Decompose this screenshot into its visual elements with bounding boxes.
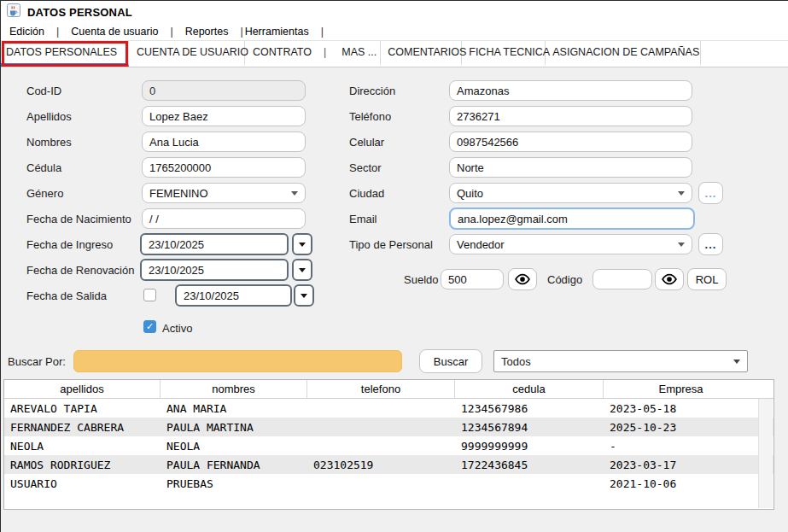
tab-label: FICHA TECNICA — [469, 46, 550, 58]
cell-empresa: 2021-10-06 — [604, 474, 758, 493]
fecha-renovacion-dropdown-button[interactable] — [292, 259, 312, 281]
cell-nombres: NEOLA — [161, 436, 307, 455]
chevron-down-icon — [678, 243, 685, 247]
tab-contrato[interactable]: CONTRATO — [245, 41, 313, 67]
menu-separator: | — [50, 26, 66, 38]
buscar-button[interactable]: Buscar — [419, 349, 482, 373]
cell-apellidos: RAMOS RODRIGUEZ — [4, 455, 161, 474]
menu-bar: Edición | Cuenta de usuario | Reportes |… — [1, 23, 788, 40]
tab-mas[interactable]: MAS ... — [336, 41, 381, 67]
fecha-salida-dropdown-button[interactable] — [294, 284, 314, 307]
fecha-salida-value: 23/10/2025 — [184, 289, 239, 302]
table-row[interactable]: FERNANDEZ CABRERA PAULA MARTINA 12345678… — [4, 418, 773, 436]
menu-separator: | — [314, 26, 330, 38]
fecha-ingreso-label: Fecha de Ingreso — [26, 238, 113, 251]
activo-checkbox[interactable]: ✓ — [143, 320, 156, 333]
nombres-value: Ana Lucia — [149, 136, 199, 149]
sueldo-eye-button[interactable] — [508, 268, 537, 290]
menu-item-reportes[interactable]: Reportes — [180, 26, 234, 38]
chevron-down-icon — [299, 268, 306, 272]
cell-apellidos: AREVALO TAPIA — [4, 399, 161, 418]
celular-value: 0987542566 — [457, 136, 518, 149]
cell-telefono — [307, 399, 455, 418]
column-header-telefono: telefono — [307, 380, 455, 398]
fecha-salida-checkbox[interactable] — [143, 289, 156, 301]
fecha-renovacion-field[interactable]: 23/10/2025 — [140, 259, 289, 281]
codigo-eye-button[interactable] — [655, 268, 684, 290]
fecha-nacimiento-field[interactable]: / / — [142, 208, 306, 229]
apellidos-value: Lopez Baez — [149, 110, 208, 123]
cod-id-field: 0 — [142, 80, 306, 101]
sueldo-value: 500 — [448, 273, 467, 286]
tipo-personal-select[interactable]: Vendedor — [449, 234, 692, 254]
fecha-ingreso-value: 23/10/2025 — [149, 238, 204, 251]
rol-button[interactable]: ROL — [687, 268, 727, 290]
nombres-field[interactable]: Ana Lucia — [142, 132, 306, 152]
tab-comentarios[interactable]: COMENTARIOS — [381, 41, 462, 67]
table-row[interactable]: USUARIO PRUEBAS 2021-10-06 — [4, 474, 773, 493]
email-label: Email — [349, 213, 377, 225]
cod-id-label: Cod-ID — [26, 85, 61, 97]
filter-select[interactable]: Todos — [493, 350, 748, 372]
direccion-field[interactable]: Amazonas — [449, 80, 692, 101]
ciudad-more-button[interactable]: ... — [698, 182, 723, 204]
tab-datos-personales[interactable]: DATOS PERSONALES — [1, 41, 129, 67]
celular-field[interactable]: 0987542566 — [449, 132, 692, 152]
ciudad-select[interactable]: Quito — [449, 183, 692, 203]
tab-label: MAS ... — [341, 46, 376, 58]
cell-apellidos: FERNANDEZ CABRERA — [4, 418, 161, 436]
ciudad-label: Ciudad — [349, 187, 384, 200]
cell-empresa: - — [604, 436, 758, 455]
direccion-label: Dirección — [349, 85, 395, 97]
cell-nombres: PAULA FERNANDA — [161, 455, 307, 474]
search-row: Buscar Por: Buscar Todos — [1, 349, 788, 373]
sector-value: Norte — [457, 161, 484, 174]
email-field[interactable]: ana.lopez@gmail.com — [449, 208, 695, 230]
cell-empresa: 2025-10-23 — [604, 418, 758, 436]
menu-item-herramientas[interactable]: Herramientas — [243, 26, 314, 38]
tab-asignacion-de-campanas[interactable]: ASIGNACION DE CAMPAÑAS — [546, 41, 701, 67]
eye-icon — [661, 273, 678, 285]
telefono-field[interactable]: 2736271 — [449, 106, 692, 126]
buscar-button-label: Buscar — [434, 355, 468, 368]
fecha-ingreso-dropdown-button[interactable] — [292, 233, 312, 255]
cell-telefono: 023102519 — [307, 455, 455, 474]
column-header-apellidos: apellidos — [4, 380, 161, 398]
cell-cedula: 1234567986 — [455, 399, 604, 418]
tab-ficha-tecnica[interactable]: FICHA TECNICA — [462, 41, 546, 67]
table-vertical-scrollbar[interactable] — [758, 399, 773, 508]
tab-cuenta-de-usuario[interactable]: CUENTA DE USUARIO — [129, 41, 245, 67]
search-input[interactable] — [73, 350, 402, 372]
fecha-ingreso-field[interactable]: 23/10/2025 — [140, 233, 289, 255]
table-row[interactable]: AREVALO TAPIA ANA MARIA 1234567986 2023-… — [4, 399, 773, 418]
ciudad-value: Quito — [457, 187, 483, 200]
menu-item-cuenta-de-usuario[interactable]: Cuenta de usuario — [66, 26, 163, 38]
cedula-field[interactable]: 1765200000 — [142, 157, 306, 178]
chevron-down-icon — [301, 294, 307, 298]
tab-label: CONTRATO — [253, 46, 312, 58]
codigo-field[interactable] — [592, 269, 652, 289]
ellipsis-icon: ... — [705, 187, 717, 200]
sector-field[interactable]: Norte — [449, 157, 692, 178]
fecha-renovacion-value: 23/10/2025 — [149, 264, 204, 277]
tab-label: DATOS PERSONALES — [6, 46, 117, 58]
eye-icon — [514, 273, 531, 285]
cell-nombres: PAULA MARTINA — [161, 418, 307, 436]
genero-label: Género — [26, 187, 63, 200]
rol-button-label: ROL — [696, 273, 719, 286]
fecha-salida-field[interactable]: 23/10/2025 — [175, 284, 292, 307]
menu-item-edicion[interactable]: Edición — [4, 26, 50, 38]
java-app-icon — [7, 3, 20, 20]
table-row[interactable]: NEOLA NEOLA 9999999999 - — [4, 436, 773, 455]
tipo-personal-more-button[interactable]: ... — [698, 233, 723, 255]
chevron-down-icon — [299, 243, 306, 247]
column-header-nombres: nombres — [161, 380, 307, 398]
apellidos-field[interactable]: Lopez Baez — [142, 106, 306, 126]
genero-select[interactable]: FEMENINO — [142, 183, 306, 203]
sector-label: Sector — [349, 161, 382, 174]
sueldo-field[interactable]: 500 — [441, 269, 504, 289]
cell-apellidos: USUARIO — [4, 474, 161, 493]
table-row[interactable]: RAMOS RODRIGUEZ PAULA FERNANDA 023102519… — [4, 455, 773, 474]
app-window: DATOS PERSONAL Edición | Cuenta de usuar… — [0, 0, 788, 532]
tab-label: COMENTARIOS — [388, 46, 466, 58]
